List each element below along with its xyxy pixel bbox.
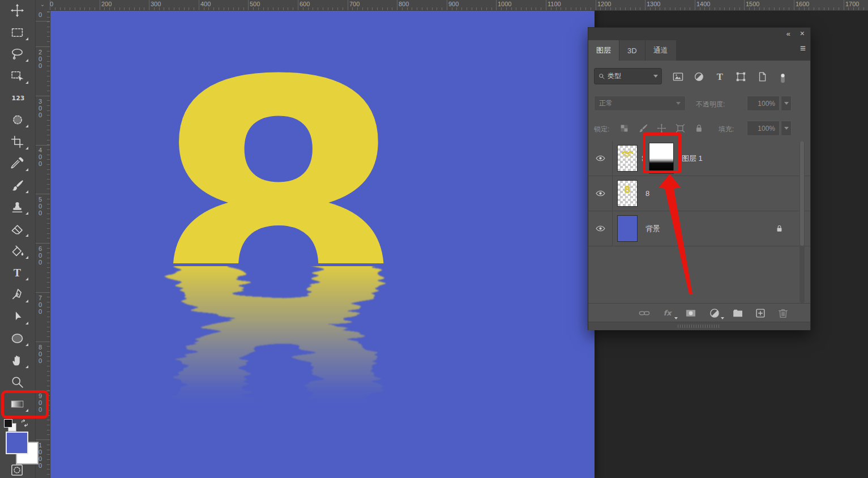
filter-row: 类型 T [588,61,810,91]
layer-thumbnail[interactable]: 8 [617,180,638,207]
layer-thumbnail[interactable] [617,215,638,242]
count-tool[interactable]: 123 [0,87,34,108]
swap-colors-icon[interactable] [19,418,30,429]
v-ruler-label: 7 0 0 [39,295,42,315]
default-foreground-swatch[interactable] [4,419,12,428]
h-ruler-label: 200 [101,1,112,7]
opacity-slider-toggle[interactable] [781,96,792,111]
panel-header: « × [588,28,810,40]
ruler-origin-corner[interactable]: ⌄ [35,0,50,10]
opacity-label: 不透明度: [696,100,725,109]
gradient-tool-highlight-box [1,390,49,419]
panel-footer: fx [588,303,810,322]
layer-list-scrollbar[interactable] [799,141,805,303]
svg-text:T: T [717,71,723,82]
brush-tool[interactable] [0,174,34,196]
add-layer-mask-button[interactable] [685,307,697,319]
filter-image-icon[interactable] [672,71,684,83]
h-ruler-label: 1600 [796,1,809,7]
layer-row-8[interactable]: 88 [588,176,810,211]
lock-all-icon[interactable] [694,123,704,134]
lock-row: 锁定: 填充: 100% [588,116,810,141]
h-ruler-label: 900 [448,1,459,7]
layer-name[interactable]: 图层 1 [682,153,703,164]
new-layer-button[interactable] [754,307,767,319]
paint-bucket-tool[interactable] [0,240,34,262]
layer-effects-button[interactable]: fx [662,307,674,319]
type-tool[interactable]: T [0,262,34,283]
visibility-eye-icon[interactable] [588,141,613,176]
ellipse-shape-tool[interactable] [0,327,34,349]
blend-row: 正常 不透明度: 100% [588,91,810,116]
move-tool[interactable] [0,0,34,21]
eyedropper-tool[interactable] [0,152,34,174]
link-layers-button[interactable] [638,307,651,319]
panel-menu-icon[interactable]: ≡ [800,44,806,53]
layer-row-背景[interactable]: 背景 [588,211,810,246]
blend-mode-dropdown[interactable]: 正常 [594,96,686,111]
filter-type-label: 类型 [608,71,621,81]
new-adjustment-layer-button[interactable] [708,307,721,319]
svg-text:fx: fx [664,309,673,317]
arrow-pointing-to-mask [657,170,696,297]
search-icon [598,72,605,80]
panel-resize-grip[interactable] [588,322,810,330]
zoom-tool[interactable] [0,371,34,392]
layer-name[interactable]: 8 [645,189,649,198]
rectangular-marquee-tool[interactable] [0,22,34,43]
h-ruler-label: 1500 [746,1,759,7]
new-group-button[interactable] [732,307,744,319]
tab-3D[interactable]: 3D [619,40,645,61]
hand-tool[interactable] [0,349,34,371]
v-ruler-label: 1 0 0 0 [39,442,42,469]
layer-thumbnail[interactable] [617,145,638,172]
lasso-tool[interactable] [0,43,34,65]
tab-图层[interactable]: 图层 [588,40,619,61]
quick-selection-tool[interactable] [0,109,34,130]
svg-text:T: T [13,266,20,279]
quick-mask-button[interactable] [7,463,27,477]
object-selection-tool[interactable] [0,65,34,87]
filter-smart-object-icon[interactable] [756,71,768,83]
delete-layer-button[interactable] [777,307,789,319]
collapse-panel-icon[interactable]: « [786,29,790,38]
v-ruler-label: 3 0 0 [39,98,42,118]
path-selection-tool[interactable] [0,306,34,327]
chevron-down-icon [676,102,681,105]
eraser-tool[interactable] [0,218,34,240]
filter-type-icon[interactable]: T [714,71,726,83]
h-ruler-label: 1700 [845,1,859,7]
fill-label: 填充: [719,125,734,134]
filter-shape-icon[interactable] [735,71,747,83]
visibility-eye-icon[interactable] [588,176,613,211]
layer-filter-type-dropdown[interactable]: 类型 [594,68,662,84]
photoshop-workspace: { "canvas": { "digit": "8", "digit_color… [0,0,868,478]
filter-adjustment-icon[interactable] [693,71,705,83]
layer-mask-highlight-box [643,133,681,173]
h-ruler-label: 700 [349,1,360,7]
fill-slider-toggle[interactable] [781,121,792,136]
close-panel-icon[interactable]: × [800,29,805,38]
foreground-color-swatch[interactable] [6,432,28,454]
clone-stamp-tool[interactable] [0,196,34,217]
horizontal-ruler[interactable]: 0020030040050060070080090010001100120013… [35,0,868,11]
h-ruler-label: 600 [300,1,310,7]
v-ruler-label: 5 0 0 [39,196,42,216]
v-ruler-label: 4 0 0 [39,147,42,167]
crop-tool[interactable] [0,131,34,152]
document-canvas[interactable]: 8 8 [50,10,595,478]
h-ruler-label: 400 [200,1,211,7]
tab-通道[interactable]: 通道 [645,40,676,61]
filter-filter-toggle-icon[interactable] [777,71,789,83]
layer-row-图层 1[interactable]: 图层 1 [588,141,810,176]
lock-transparent-icon[interactable] [619,123,630,134]
h-ruler-label: 1400 [696,1,710,7]
visibility-eye-icon[interactable] [588,211,613,246]
h-ruler-label: 800 [399,1,409,7]
pen-tool[interactable] [0,284,34,305]
v-ruler-label: 6 0 0 [39,245,42,266]
fill-value-field[interactable]: 100% [747,121,780,136]
default-swatches[interactable] [3,418,32,432]
h-ruler-label: 1100 [548,1,561,7]
opacity-value-field[interactable]: 100% [747,96,780,111]
